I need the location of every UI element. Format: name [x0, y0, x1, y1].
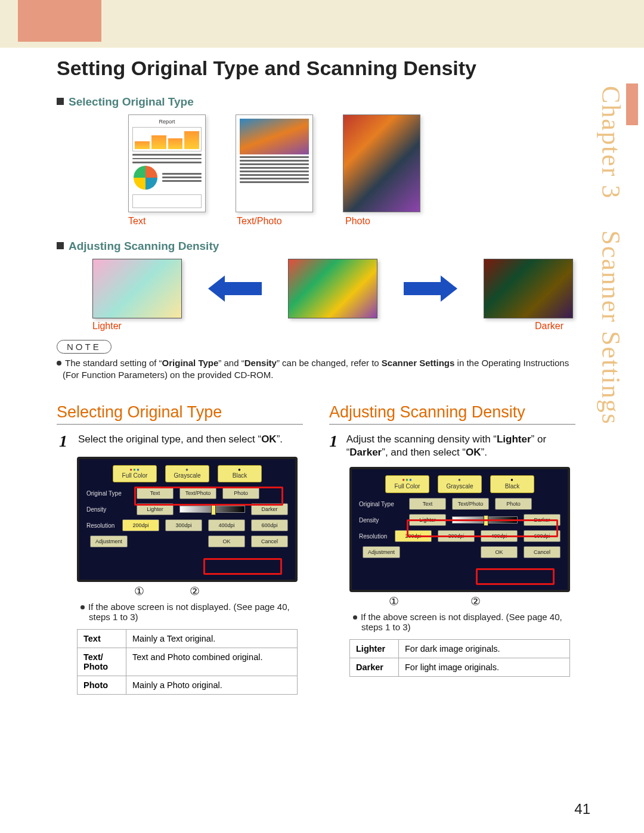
- screen-btn-adjustment[interactable]: Adjustment: [90, 535, 128, 547]
- screen-label-originaltype: Original Type: [86, 490, 131, 497]
- table-key: Lighter: [350, 640, 399, 658]
- bullet-icon: [353, 615, 357, 620]
- col-a-subnote: If the above screen is not displayed. (S…: [80, 602, 303, 622]
- table-key: Text: [78, 629, 126, 648]
- section-name: Scanner Settings: [596, 230, 626, 425]
- col-a-heading: Selecting Original Type: [57, 403, 303, 425]
- screen-tab-black[interactable]: ●Black: [218, 465, 262, 483]
- annotation-numbers-a: ① ②: [134, 584, 303, 598]
- circled-1: ①: [134, 584, 144, 598]
- screen-btn-cancel[interactable]: Cancel: [524, 546, 561, 558]
- screen-btn-text[interactable]: Text: [409, 498, 446, 510]
- annotation-numbers-b: ① ②: [389, 594, 575, 608]
- note-pill: NOTE: [57, 340, 112, 354]
- density-thumb-lighter: [92, 259, 182, 318]
- screen-btn-300dpi[interactable]: 300dpi: [165, 519, 202, 531]
- arrow-left-icon: [208, 278, 262, 299]
- circled-2: ②: [190, 584, 200, 598]
- original-type-table: TextMainly a Text original. Text/ PhotoT…: [77, 629, 298, 695]
- screen-btn-cancel[interactable]: Cancel: [251, 535, 288, 547]
- highlight-density-row: [407, 519, 558, 537]
- step-b1-text: Adjust the scanning density with “Lighte…: [346, 433, 575, 460]
- section-selecting-original-type: Selecting Original Type: [57, 95, 575, 109]
- table-key: Darker: [350, 658, 399, 677]
- step-a1-text: Select the original type, and then selec…: [78, 433, 283, 447]
- screen-btn-600dpi[interactable]: 600dpi: [251, 519, 288, 531]
- screen-density-slider[interactable]: [179, 506, 245, 513]
- screen-tab-grayscale[interactable]: ●Grayscale: [438, 475, 482, 493]
- pie-icon: [134, 166, 157, 190]
- screen-btn-ok[interactable]: OK: [208, 535, 245, 547]
- section1-heading-text: Selecting Original Type: [69, 95, 194, 108]
- side-accent-bar: [626, 83, 638, 125]
- highlight-ok-cancel: [203, 558, 282, 575]
- table-row: DarkerFor light image originals.: [350, 658, 570, 677]
- circled-1: ①: [389, 594, 399, 608]
- chapter-number: 3: [596, 185, 626, 199]
- screen-btn-ok[interactable]: OK: [481, 546, 518, 558]
- table-val: Mainly a Text original.: [126, 629, 298, 648]
- col-b-subnote: If the above screen is not displayed. (S…: [353, 612, 575, 632]
- table-key: Text/ Photo: [78, 648, 126, 676]
- thumbnail-labels: Text Text/Photo Photo: [128, 216, 575, 227]
- label-photo: Photo: [345, 216, 424, 227]
- bullet-icon: [80, 605, 85, 609]
- table-row: LighterFor dark image originals.: [350, 640, 570, 658]
- screen-btn-400dpi[interactable]: 400dpi: [208, 519, 245, 531]
- table-key: Photo: [78, 676, 126, 694]
- banner-accent: [18, 0, 101, 42]
- table-row: PhotoMainly a Photo original.: [78, 676, 298, 694]
- thumb-textphoto: [236, 114, 313, 212]
- label-text: Text: [128, 216, 207, 227]
- column-adjusting-density: Adjusting Scanning Density 1 Adjust the …: [329, 403, 575, 695]
- screen-btn-textphoto[interactable]: Text/Photo: [452, 498, 489, 510]
- table-val: Mainly a Photo original.: [126, 676, 298, 694]
- table-row: Text/ PhotoText and Photo combined origi…: [78, 648, 298, 676]
- screen-mock-original-type: ●●●Full Color ●Grayscale ●Black Original…: [77, 457, 298, 582]
- screen-label-originaltype: Original Type: [359, 501, 403, 507]
- bullet-icon: [57, 361, 61, 366]
- col-b-heading: Adjusting Scanning Density: [329, 403, 575, 425]
- column-selecting-original-type: Selecting Original Type 1 Select the ori…: [57, 403, 303, 695]
- thumb-text-title: Report: [132, 119, 202, 125]
- table-val: Text and Photo combined original.: [126, 648, 298, 676]
- note-text: The standard setting of “Original Type” …: [57, 357, 575, 382]
- density-table: LighterFor dark image originals. DarkerF…: [349, 639, 570, 677]
- thumb-photo: [343, 114, 420, 212]
- thumb-text-chart: [132, 127, 202, 151]
- highlight-ok-cancel: [476, 568, 555, 585]
- table-row: TextMainly a Text original.: [78, 629, 298, 648]
- screen-mock-density: ●●●Full Color ●Grayscale ●Black Original…: [349, 467, 570, 592]
- section2-heading-text: Adjusting Scanning Density: [69, 240, 219, 252]
- density-examples: [92, 259, 575, 318]
- screen-tab-black[interactable]: ●Black: [490, 475, 534, 493]
- table-val: For light image originals.: [399, 658, 570, 677]
- bullet-square-icon: [57, 242, 64, 249]
- density-labels: Lighter Darker: [92, 321, 564, 332]
- page-title: Setting Original Type and Scanning Densi…: [57, 57, 575, 80]
- screen-tab-fullcolor[interactable]: ●●●Full Color: [385, 475, 429, 493]
- label-textphoto: Text/Photo: [237, 216, 315, 227]
- screen-label-density: Density: [86, 506, 131, 513]
- bullet-square-icon: [57, 98, 64, 105]
- thumb-textphoto-image: [240, 119, 309, 154]
- chapter-side-text: Chapter 3 Scanner Settings: [593, 83, 626, 425]
- screen-btn-adjustment[interactable]: Adjustment: [363, 546, 400, 558]
- circled-2: ②: [470, 594, 481, 608]
- arrow-right-icon: [404, 278, 457, 299]
- screen-btn-photo[interactable]: Photo: [495, 498, 532, 510]
- density-thumb-darker: [484, 259, 573, 318]
- screen-label-density: Density: [359, 517, 403, 524]
- table-val: For dark image originals.: [399, 640, 570, 658]
- chapter-word: Chapter: [596, 86, 626, 177]
- chapter-side-label: Chapter 3 Scanner Settings: [593, 83, 638, 425]
- screen-tab-grayscale[interactable]: ●Grayscale: [165, 465, 209, 483]
- screen-label-resolution: Resolution: [359, 533, 389, 540]
- screen-btn-200dpi[interactable]: 200dpi: [122, 519, 159, 531]
- highlight-originaltype-row: [134, 487, 283, 506]
- step-number-1: 1: [57, 433, 70, 450]
- screen-tab-fullcolor[interactable]: ●●●Full Color: [113, 465, 157, 483]
- original-type-thumbnails: Report: [128, 114, 575, 212]
- page-number: 41: [574, 801, 590, 817]
- label-darker: Darker: [535, 321, 564, 332]
